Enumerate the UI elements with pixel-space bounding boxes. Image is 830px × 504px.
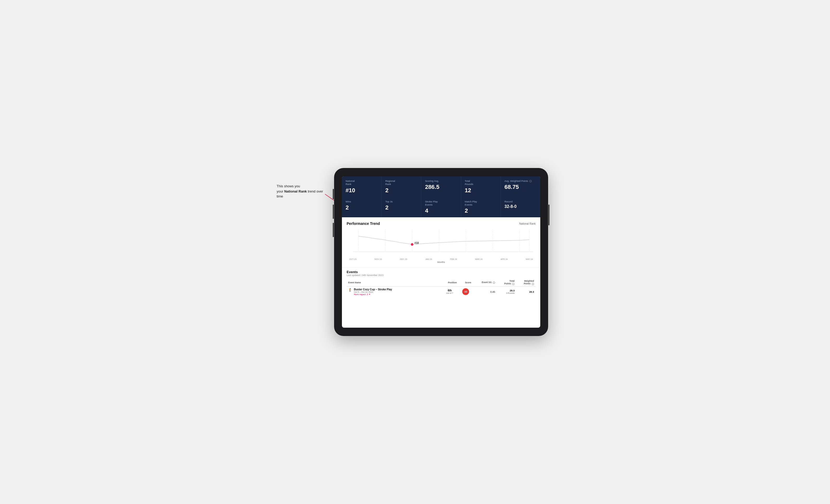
- col-score: Score: [458, 279, 473, 286]
- col-position: Position: [441, 279, 458, 286]
- event-sg-cell: 0.45: [473, 286, 497, 297]
- xlabel-may24: MAY 24: [526, 258, 533, 260]
- col-total-points: TotalPoints i: [497, 279, 516, 286]
- event-weighted-points: 28.3: [529, 290, 534, 293]
- col-event-sg: Event SG i: [473, 279, 497, 286]
- event-position-sub: out of 7: [443, 292, 457, 294]
- stat-national-rank: NationalRank #10: [342, 176, 381, 197]
- events-table-body: 🏌 Buster Cozy Cup – Stroke Play Oct 9 – …: [347, 286, 536, 297]
- info-icon-avg: i: [529, 180, 532, 182]
- event-name-cell: 🏌 Buster Cozy Cup – Stroke Play Oct 9 – …: [347, 286, 441, 297]
- stat-scoring-avg: Scoring Avg. 286.5: [421, 176, 461, 197]
- xlabel-oct23: OCT 23: [349, 258, 356, 260]
- info-icon-weighted: i: [532, 283, 534, 285]
- event-sg-value: 0.45: [490, 290, 495, 293]
- score-badge: -22: [462, 288, 469, 295]
- event-position-cell: 6th out of 7: [441, 286, 458, 297]
- tablet-button-vol-down: [333, 223, 334, 237]
- tablet-button-power: [548, 204, 549, 225]
- xlabel-feb24: FEB 24: [450, 258, 457, 260]
- event-total-points: 28.3: [498, 289, 515, 292]
- rank-impact: Rank Impact: 3 ▼: [354, 293, 392, 296]
- stats-row-1: NationalRank #10 RegionalRank 2 Scoring …: [342, 176, 540, 197]
- events-table-header: Event Name Position Score Event SG i Tot…: [347, 279, 536, 286]
- events-last-updated: Last updated: 24th November 2023: [347, 274, 536, 276]
- event-rounds: 3 Rounds: [498, 292, 515, 294]
- events-table: Event Name Position Score Event SG i Tot…: [347, 279, 536, 297]
- chart-axis-label: Months: [347, 261, 536, 264]
- stat-wins: Wins 2: [342, 197, 381, 217]
- event-weighted-points-cell: 28.3: [516, 286, 536, 297]
- xlabel-dec23: DEC 23: [400, 258, 407, 260]
- col-event-name: Event Name: [347, 279, 441, 286]
- col-weighted-points: WeightedPoints i: [516, 279, 536, 286]
- svg-text:#10: #10: [414, 242, 419, 244]
- performance-chart: #10: [347, 228, 536, 257]
- golf-icon: 🏌: [348, 288, 352, 292]
- xlabel-jan24: JAN 24: [425, 258, 432, 260]
- chart-svg: #10: [347, 228, 536, 257]
- performance-header: Performance Trend National Rank: [347, 222, 536, 226]
- xlabel-mar24: MAR 24: [475, 258, 483, 260]
- events-title: Events: [347, 270, 536, 274]
- stats-row-2: Wins 2 Top 3s 2 Stroke PlayEvents 4 Matc…: [342, 197, 540, 217]
- stat-stroke-play-events: Stroke PlayEvents 4: [421, 197, 461, 217]
- perf-title: Performance Trend: [347, 222, 380, 226]
- xlabel-apr24: APR 24: [501, 258, 508, 260]
- xlabel-nov23: NOV 23: [375, 258, 382, 260]
- event-row: 🏌 Buster Cozy Cup – Stroke Play Oct 9 – …: [347, 286, 536, 297]
- stat-record: Record 32-8-0: [501, 197, 540, 217]
- event-position: 6th: [443, 289, 457, 292]
- tablet-device: NationalRank #10 RegionalRank 2 Scoring …: [334, 168, 548, 336]
- info-icon-sg: i: [493, 281, 495, 284]
- events-section: Events Last updated: 24th November 2023 …: [342, 267, 540, 300]
- chart-xaxis: OCT 23 NOV 23 DEC 23 JAN 24 FEB 24 MAR 2…: [347, 258, 536, 260]
- stat-total-rounds: TotalRounds 12: [461, 176, 501, 197]
- stat-match-play-events: Match PlayEvents 2: [461, 197, 501, 217]
- event-date: Oct 9 – Oct 10, 2023: [354, 291, 392, 293]
- stat-regional-rank: RegionalRank 2: [382, 176, 421, 197]
- event-total-points-cell: 28.3 3 Rounds: [497, 286, 516, 297]
- tablet-screen: NationalRank #10 RegionalRank 2 Scoring …: [342, 176, 540, 328]
- info-icon-total: i: [512, 283, 514, 285]
- event-name: Buster Cozy Cup – Stroke Play: [354, 288, 392, 291]
- performance-trend-section: Performance Trend National Rank: [342, 217, 540, 267]
- annotation-text: This shows you your National Rank trend …: [277, 183, 329, 199]
- svg-point-11: [411, 243, 413, 246]
- tablet-button-vol-up: [333, 204, 334, 219]
- tablet-button-top: [333, 189, 334, 199]
- stat-top3s: Top 3s 2: [382, 197, 421, 217]
- rank-arrow-icon: ▼: [369, 293, 371, 296]
- perf-legend: National Rank: [519, 222, 536, 225]
- scene: This shows you your National Rank trend …: [277, 168, 553, 336]
- stat-avg-weighted-points: Avg. Weighted Points i 68.75: [501, 176, 540, 197]
- event-score-cell: -22: [458, 286, 473, 297]
